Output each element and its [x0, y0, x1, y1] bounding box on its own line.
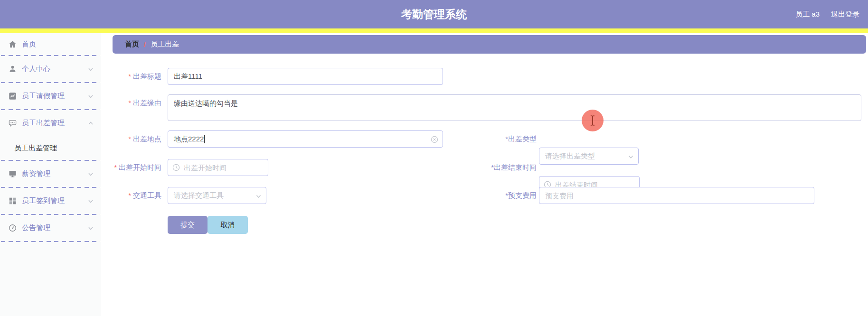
trip-type-label: *出差类型 [462, 130, 537, 148]
gauge-icon [9, 224, 17, 232]
required-marker: * [129, 73, 131, 80]
app-title: 考勤管理系统 [0, 0, 868, 28]
trip-reason-textarea[interactable]: 缘由送达噶的勾当是 [168, 94, 861, 121]
breadcrumb: 首页 / 员工出差 [113, 35, 866, 54]
sidebar-item-business-trip-management[interactable]: 员工出差管理 [0, 110, 101, 136]
clear-icon[interactable] [431, 136, 438, 143]
sidebar-item-label: 员工出差管理 [22, 119, 88, 128]
monitor-icon [9, 170, 17, 178]
required-marker: * [114, 164, 117, 171]
transport-select[interactable]: 请选择交通工具 [168, 187, 266, 204]
trip-place-input[interactable]: 地点2222 [168, 130, 443, 148]
start-time-input[interactable] [168, 159, 268, 176]
main-content: 首页 / 员工出差 *出差标题 *出差缘由 缘由送达噶的勾当是 [101, 33, 868, 316]
header-right: 员工 a3 退出登录 [795, 0, 859, 28]
form-actions: 提交 取消 [101, 216, 868, 234]
transport-label: *交通工具 [101, 187, 161, 204]
breadcrumb-current: 员工出差 [151, 40, 179, 49]
chart-icon [9, 92, 17, 100]
sidebar-item-label: 员工请假管理 [22, 92, 88, 101]
sidebar-item-announcement-management[interactable]: 公告管理 [0, 215, 101, 241]
form-row-trip-title: *出差标题 [101, 68, 868, 85]
submit-button[interactable]: 提交 [168, 216, 208, 234]
user-icon [9, 65, 17, 73]
sidebar-item-label: 员工签到管理 [22, 196, 88, 205]
sidebar-item-label: 首页 [22, 40, 94, 49]
breadcrumb-home-link[interactable]: 首页 [125, 40, 139, 49]
sidebar-item-checkin-management[interactable]: 员工签到管理 [0, 188, 101, 214]
app-header: 考勤管理系统 员工 a3 退出登录 [0, 0, 868, 28]
cancel-button[interactable]: 取消 [208, 216, 248, 234]
chevron-down-icon [88, 225, 94, 231]
clock-icon [172, 164, 180, 171]
sidebar-item-salary-management[interactable]: 薪资管理 [0, 161, 101, 187]
chevron-down-icon [88, 66, 94, 72]
current-user-label: 员工 a3 [795, 10, 820, 19]
sidebar: 首页 个人中心 员工请假管理 [0, 33, 101, 316]
chat-icon [9, 119, 17, 127]
trip-place-label: *出差地点 [101, 130, 161, 148]
sidebar-subitem-business-trip-management[interactable]: 员工出差管理 [0, 136, 101, 160]
advance-fee-input[interactable] [539, 187, 814, 204]
sidebar-item-personal-center[interactable]: 个人中心 [0, 56, 101, 82]
form-row-times: *出差开始时间 *出差结束时间 [101, 159, 868, 176]
sidebar-item-home[interactable]: 首页 [0, 33, 101, 55]
trip-title-label: *出差标题 [101, 68, 161, 85]
sidebar-item-leave-management[interactable]: 员工请假管理 [0, 83, 101, 109]
chevron-down-icon [255, 193, 262, 199]
logout-button[interactable]: 退出登录 [831, 10, 859, 19]
required-marker: * [129, 135, 131, 143]
chevron-down-icon [88, 171, 94, 177]
sidebar-item-label: 个人中心 [22, 65, 88, 74]
form-row-place-type: *出差地点 地点2222 *出差类型 请选择出差类型 [101, 130, 868, 148]
home-icon [9, 40, 17, 48]
end-time-label: *出差结束时间 [462, 159, 537, 176]
required-marker: * [129, 192, 131, 199]
chevron-down-icon [88, 198, 94, 204]
required-marker: * [129, 99, 131, 107]
chevron-down-icon [88, 93, 94, 99]
sidebar-divider [1, 241, 100, 242]
sidebar-item-label: 薪资管理 [22, 169, 88, 178]
start-time-label: *出差开始时间 [101, 159, 161, 176]
breadcrumb-separator: / [144, 40, 146, 48]
trip-reason-label: *出差缘由 [101, 94, 161, 112]
form-row-transport-fee: *交通工具 请选择交通工具 *预支费用 [101, 187, 868, 204]
accent-bar [0, 28, 868, 33]
business-trip-form: *出差标题 *出差缘由 缘由送达噶的勾当是 *出差地点 [101, 54, 868, 234]
transport-placeholder: 请选择交通工具 [174, 191, 224, 200]
trip-place-value: 地点2222 [174, 135, 204, 144]
chevron-up-icon [88, 121, 94, 126]
sidebar-group-business-trip: 员工出差管理 员工出差管理 [0, 110, 101, 160]
grid-icon [9, 197, 17, 205]
advance-fee-label: *预支费用 [462, 187, 537, 204]
form-row-trip-reason: *出差缘由 缘由送达噶的勾当是 [101, 94, 868, 121]
sidebar-item-label: 公告管理 [22, 223, 88, 232]
text-caret [204, 135, 205, 143]
trip-title-input[interactable] [168, 68, 443, 85]
